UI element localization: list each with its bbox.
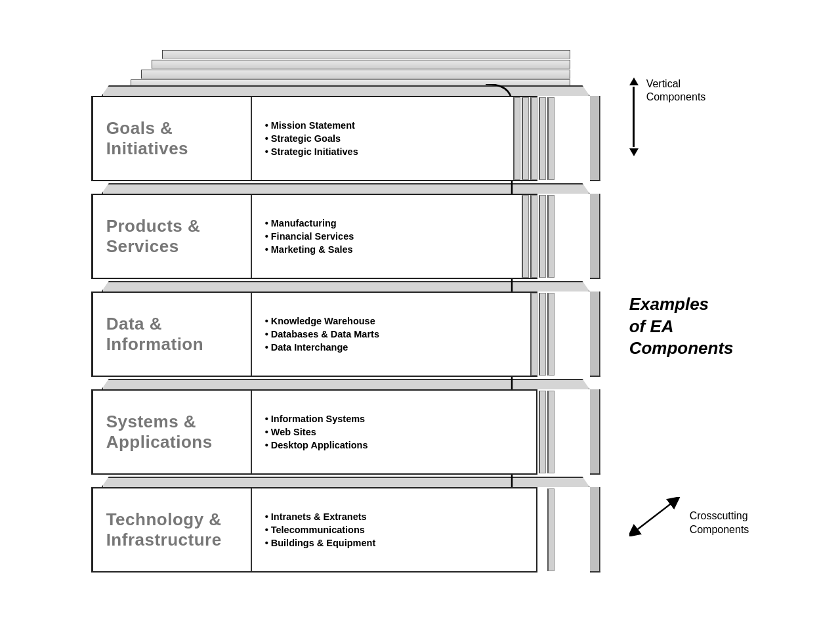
arrow-down (629, 148, 639, 156)
layer-label-text-products: Products &Services (106, 216, 201, 257)
layer-tabs-data (530, 293, 555, 376)
tab-seg-products-2 (539, 195, 546, 278)
tab-seg-systems-1 (547, 391, 555, 473)
vertical-components-group: VerticalComponents (629, 77, 706, 156)
layer-label-text-technology: Technology &Infrastructure (106, 509, 222, 550)
layer-item-goals-2: • Strategic Initiatives (265, 146, 523, 157)
layer-items-goals: • Mission Statement• Strategic Goals• St… (252, 112, 536, 165)
main-container: Goals &Initiatives• Mission Statement• S… (91, 39, 749, 574)
crosscutting-arrow-svg (629, 497, 682, 536)
layer-data: Data &Information• Knowledge Warehouse• … (91, 281, 590, 377)
layer-front-goals: Goals &Initiatives• Mission Statement• S… (91, 96, 537, 181)
layer-item-data-1: • Databases & Data Marts (265, 329, 523, 339)
cap-bar-1 (162, 50, 570, 59)
tab-seg-goals-1 (522, 97, 529, 180)
layer-label-systems: Systems &Applications (93, 402, 251, 462)
layer-label-products: Products &Services (93, 206, 251, 267)
layer-tabs-products (522, 195, 555, 278)
vertical-components-label: VerticalComponents (646, 77, 706, 105)
arrow-shaft-v (633, 87, 635, 147)
layer-item-systems-1: • Web Sites (265, 427, 523, 437)
layer-item-goals-1: • Strategic Goals (265, 133, 523, 144)
top-caps-area (131, 39, 570, 89)
tab-seg-products-3 (547, 195, 555, 278)
layer-top-products (102, 183, 590, 194)
tab-seg-goals-2 (530, 97, 537, 180)
layer-right-systems (590, 389, 600, 475)
layer-item-systems-0: • Information Systems (265, 414, 523, 424)
crosscutting-label: CrosscuttingComponents (690, 509, 749, 537)
layer-technology: Technology &Infrastructure• Intranets & … (91, 477, 590, 573)
layer-item-products-1: • Financial Services (265, 231, 523, 242)
crosscutting-group: CrosscuttingComponents (629, 497, 749, 536)
layers-list: Goals &Initiatives• Mission Statement• S… (91, 85, 590, 573)
tab-seg-data-1 (539, 293, 546, 376)
vertical-arrow (629, 77, 639, 156)
layer-item-goals-0: • Mission Statement (265, 120, 523, 131)
layer-right-goals (590, 96, 600, 181)
layer-item-products-0: • Manufacturing (265, 218, 523, 228)
layer-label-text-goals: Goals &Initiatives (106, 118, 188, 159)
tab-seg-goals-3 (539, 97, 546, 180)
layer-label-technology: Technology &Infrastructure (93, 500, 251, 560)
tab-seg-data-0 (530, 293, 537, 376)
layer-items-data: • Knowledge Warehouse• Databases & Data … (252, 308, 536, 360)
structure-wrapper: Goals &Initiatives• Mission Statement• S… (91, 39, 590, 573)
layer-products: Products &Services• Manufacturing• Finan… (91, 183, 590, 279)
right-section: VerticalComponents Examplesof EAComponen… (623, 77, 749, 537)
layer-right-data (590, 292, 600, 377)
tab-seg-data-2 (547, 293, 555, 376)
layer-goals: Goals &Initiatives• Mission Statement• S… (91, 85, 590, 181)
cap-bar-2 (152, 60, 570, 69)
layer-items-systems: • Information Systems• Web Sites• Deskto… (252, 406, 536, 458)
cap-bar-3 (141, 70, 570, 79)
layer-tabs-systems (539, 391, 555, 473)
layer-front-data: Data &Information• Knowledge Warehouse• … (91, 292, 537, 377)
layer-item-systems-2: • Desktop Applications (265, 440, 523, 450)
tab-seg-products-1 (530, 195, 537, 278)
layer-label-text-systems: Systems &Applications (106, 412, 213, 452)
layer-right-technology (590, 487, 600, 573)
tab-seg-systems-0 (539, 391, 546, 473)
tab-seg-technology-0 (547, 488, 555, 571)
examples-label: Examplesof EAComponents (629, 293, 734, 360)
layer-item-technology-2: • Buildings & Equipment (265, 538, 523, 548)
layer-front-technology: Technology &Infrastructure• Intranets & … (91, 487, 537, 573)
layer-tabs-goals (513, 97, 555, 180)
layer-label-text-data: Data &Information (106, 314, 204, 355)
layer-item-technology-1: • Telecommunications (265, 525, 523, 535)
tab-seg-goals-4 (547, 97, 555, 180)
arrow-up (629, 77, 639, 85)
layer-items-technology: • Intranets & Extranets• Telecommunicati… (252, 504, 536, 556)
layer-top-technology (102, 477, 590, 487)
layer-label-goals: Goals &Initiatives (93, 108, 251, 169)
layer-front-systems: Systems &Applications• Information Syste… (91, 389, 537, 475)
layer-systems: Systems &Applications• Information Syste… (91, 379, 590, 475)
layer-top-data (102, 281, 590, 292)
svg-line-0 (633, 500, 675, 533)
layer-right-products (590, 194, 600, 279)
layer-items-products: • Manufacturing• Financial Services• Mar… (252, 210, 536, 263)
layer-item-data-0: • Knowledge Warehouse (265, 316, 523, 326)
layer-tabs-technology (547, 488, 555, 571)
tab-seg-products-0 (522, 195, 529, 278)
layer-front-products: Products &Services• Manufacturing• Finan… (91, 194, 537, 279)
layer-item-data-2: • Data Interchange (265, 342, 523, 353)
diagram-section: Goals &Initiatives• Mission Statement• S… (91, 39, 590, 574)
tab-seg-goals-0 (513, 97, 520, 180)
layer-label-data: Data &Information (93, 304, 251, 364)
layer-item-products-2: • Marketing & Sales (265, 244, 523, 255)
layer-item-technology-0: • Intranets & Extranets (265, 511, 523, 522)
layer-top-goals (102, 85, 590, 96)
layer-top-systems (102, 379, 590, 389)
